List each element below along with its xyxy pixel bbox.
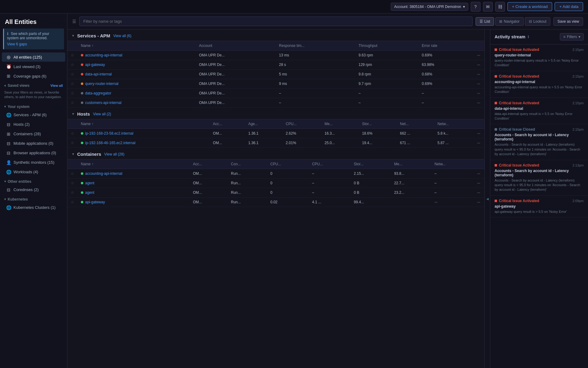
collapse-panel-button[interactable]: ◀ [484, 29, 490, 368]
entity-link[interactable]: api-gateway [85, 63, 105, 67]
star-cell[interactable]: ☆ [67, 138, 77, 148]
sidebar-item-hosts[interactable]: ⊟ Hosts (2) [2, 120, 65, 129]
view-gaps-link[interactable]: View 6 gaps [7, 42, 61, 46]
create-workload-button[interactable]: + Create a workload [507, 2, 552, 11]
hosts-view-all[interactable]: View all (2) [93, 112, 111, 116]
more-button[interactable]: ··· [473, 138, 484, 148]
star-cell[interactable]: ☆ [67, 89, 77, 98]
entity-link[interactable]: customers-api-internal [85, 101, 122, 105]
entity-name-cell: data-aggregator [77, 89, 195, 98]
activity-time: 2:09pm [572, 199, 584, 203]
star-cell[interactable]: ☆ [67, 129, 77, 138]
star-cell[interactable]: ☆ [67, 79, 77, 89]
more-button[interactable]: ··· [473, 70, 484, 79]
help-icon[interactable]: ? [471, 2, 481, 12]
activity-item[interactable]: Critical Issue Activated 2:09pm api-gate… [490, 196, 588, 217]
response-cell: 28 s [275, 60, 355, 70]
sidebar-item-workloads[interactable]: 🌐 Workloads (4) [2, 167, 65, 177]
star-cell[interactable]: ☆ [67, 169, 77, 178]
star-cell[interactable]: ☆ [67, 60, 77, 70]
net2-cell: 5.87 ... [434, 138, 473, 148]
add-data-button[interactable]: + Add data [555, 2, 583, 11]
more-button[interactable]: ··· [473, 60, 484, 70]
activity-item[interactable]: Critical Issue Activated 2:15pm data-api… [490, 98, 588, 125]
services-apm-collapse[interactable]: ▾ [72, 34, 74, 38]
activity-item[interactable]: Critical Issue Activated 2:15pm accounti… [490, 71, 588, 98]
star-cell[interactable]: ☆ [67, 178, 77, 188]
entity-link[interactable]: data-api-internal [85, 72, 112, 76]
star-cell[interactable]: ☆ [67, 98, 77, 108]
table-row: ☆ agent OM... Run... 0 – 0 B 22.7... – ·… [67, 178, 484, 188]
more-button[interactable]: ··· [473, 129, 484, 138]
containers-view-all[interactable]: View all (28) [104, 152, 124, 156]
filter-input[interactable] [79, 17, 473, 26]
sidebar-item-all-entities[interactable]: ◎ All entities (125) [2, 52, 65, 62]
sidebar-item-coverage-gaps[interactable]: ⊞ Coverage gaps (6) [2, 71, 65, 81]
entity-link[interactable]: accounting-api-internal [85, 53, 122, 57]
activity-time: 2:15pm [572, 101, 584, 105]
services-apm-view-all[interactable]: View all (6) [113, 34, 131, 38]
star-cell[interactable]: ☆ [67, 51, 77, 60]
entity-link[interactable]: agent [85, 190, 94, 195]
activity-item[interactable]: Critical Issue Activated 2:15pm query-ro… [490, 44, 588, 71]
col-name-apm[interactable]: Name ↑ [77, 41, 195, 51]
sidebar-item-mobile-apps[interactable]: ⊟ Mobile applications (0) [2, 139, 65, 148]
entity-link[interactable]: ip-192-168-23-58.ec2.internal [85, 131, 133, 136]
link-icon[interactable]: ⛓ [495, 2, 505, 12]
star-cell[interactable]: ☆ [67, 188, 77, 197]
more-button[interactable]: ··· [473, 197, 484, 207]
col-name-hosts[interactable]: Name ↑ [77, 119, 209, 129]
more-button[interactable]: ··· [473, 178, 484, 188]
col-name-containers[interactable]: Name ↑ [77, 159, 189, 169]
activity-item[interactable]: Critical Issue Activated 2:13pm Accounts… [490, 160, 588, 196]
col-net-hosts: Net... [396, 119, 434, 129]
mail-icon[interactable]: ✉ [483, 2, 493, 12]
activity-filters-button[interactable]: ≡ Filters ▾ [560, 33, 584, 40]
saved-views-header[interactable]: ▾ Saved views View all [0, 81, 67, 89]
more-button[interactable]: ··· [473, 79, 484, 89]
sidebar-item-last-viewed[interactable]: ⏰ Last viewed (3) [2, 62, 65, 71]
navigator-view-button[interactable]: ⊞ Navigator [495, 17, 523, 26]
account-selector[interactable]: Account: 3805184 - OMA UPR Demotron ▾ [391, 3, 468, 11]
entity-link[interactable]: api-gateway [85, 200, 105, 204]
sidebar-item-k8s-clusters[interactable]: 🌐 Kubernetes Clusters (1) [2, 203, 65, 212]
more-button[interactable]: ··· [473, 98, 484, 108]
entity-link[interactable]: query-router-internal [85, 82, 119, 86]
lookout-view-button[interactable]: ⊟ Lookout [525, 17, 551, 26]
save-as-view-button[interactable]: Save as view [553, 17, 583, 26]
entity-link[interactable]: accounting-api-internal [85, 171, 122, 176]
containers-collapse[interactable]: ▾ [72, 152, 74, 156]
sidebar-item-synthetic-monitors[interactable]: 👤 Synthetic monitors (15) [2, 158, 65, 167]
list-view-button[interactable]: ☰ List [476, 17, 494, 26]
globe-icon: 🌐 [6, 113, 11, 117]
kubernetes-header[interactable]: ▾ Kubernetes [0, 195, 67, 203]
hosts-table: Name ↑ Acc... Age... CPU... Me... Stor..… [67, 119, 484, 148]
network-cell: – [431, 169, 473, 178]
your-system-header[interactable]: ▾ Your system [0, 102, 67, 110]
activity-info-icon[interactable]: ℹ [528, 35, 529, 39]
table-row: ☆ accounting-api-internal OMA UPR De... … [67, 51, 484, 60]
activity-type-label: Critical Issue Activated [499, 101, 539, 105]
entity-link[interactable]: agent [85, 181, 94, 185]
other-entities-header[interactable]: ▾ Other entities [0, 177, 67, 185]
sidebar-item-containers[interactable]: ⊞ Containers (28) [2, 129, 65, 139]
more-button[interactable]: ··· [473, 169, 484, 178]
sidebar-item-corednses[interactable]: ⊟ Corednses (2) [2, 185, 65, 194]
col-cpu-hosts: CPU... [282, 119, 321, 129]
star-cell[interactable]: ☆ [67, 70, 77, 79]
container-cell: Run... [227, 197, 267, 207]
hosts-collapse[interactable]: ▾ [72, 112, 74, 116]
more-button[interactable]: ··· [473, 51, 484, 60]
sidebar-item-browser-apps[interactable]: ⊟ Browser applications (0) [2, 148, 65, 158]
sidebar-item-services-apm[interactable]: 🌐 Services - APM (6) [2, 110, 65, 120]
account-cell: OMA UPR De... [195, 89, 275, 98]
activity-item[interactable]: Critical Issue Closed 2:15pm Accounts - … [490, 124, 588, 160]
saved-views-view-all[interactable]: View all [51, 84, 63, 87]
entity-link[interactable]: data-aggregator [85, 91, 111, 95]
more-button[interactable]: ··· [473, 89, 484, 98]
entity-link[interactable]: ip-192-168-46-165.ec2.internal [85, 141, 135, 145]
clock-icon: ⏰ [6, 64, 11, 69]
more-button[interactable]: ··· [473, 188, 484, 197]
star-cell[interactable]: ☆ [67, 197, 77, 207]
activity-type-label: Critical Issue Activated [499, 163, 539, 167]
